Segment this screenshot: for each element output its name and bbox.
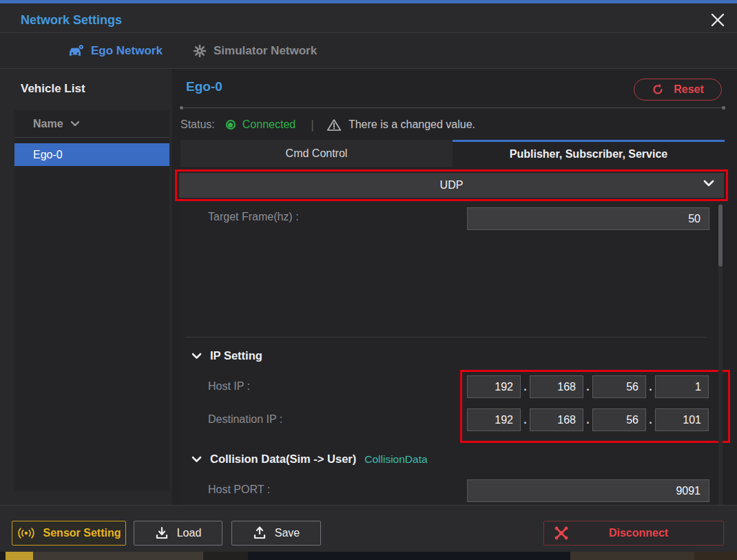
ip-dot: . <box>521 414 530 426</box>
host-port-label: Host PORT : <box>208 484 270 496</box>
column-header-label: Name <box>33 118 63 130</box>
warning-triangle-icon <box>326 118 342 132</box>
warning-text: There is a changed value. <box>349 118 475 131</box>
footer-bar: Sensor Setting Load Save <box>0 505 737 552</box>
ip-dot: . <box>521 381 530 393</box>
target-frame-input[interactable]: 50 <box>467 207 709 230</box>
host-ip-octet-2[interactable]: 168 <box>530 375 583 398</box>
host-ip-octet-3[interactable]: 56 <box>592 375 646 398</box>
vehicle-column-header[interactable]: Name <box>14 110 169 138</box>
main-tab-bar: Ego Network Simulator Network <box>0 33 737 69</box>
dest-ip-octet-2[interactable]: 168 <box>530 408 583 431</box>
chevron-down-icon <box>70 121 80 127</box>
selected-vehicle-title: Ego-0 <box>186 79 222 94</box>
tab-ego-label: Ego Network <box>91 44 163 58</box>
dest-ip-octet-4[interactable]: 101 <box>655 408 709 431</box>
protocol-value: UDP <box>440 179 464 191</box>
ip-dot: . <box>583 381 592 393</box>
broadcast-icon <box>17 528 35 539</box>
save-button[interactable]: Save <box>231 521 321 546</box>
gear-icon <box>193 44 207 58</box>
chevron-down-icon <box>191 353 202 360</box>
vehicle-list-item-ego0[interactable]: Ego-0 <box>14 143 169 166</box>
title-bar: Network Settings <box>0 3 737 33</box>
tab-ego-network[interactable]: Ego Network <box>68 33 163 68</box>
host-ip-octet-4[interactable]: 1 <box>655 375 709 398</box>
ip-setting-section-header[interactable]: IP Setting <box>191 349 262 362</box>
window-title: Network Settings <box>21 13 122 28</box>
tab-simulator-network[interactable]: Simulator Network <box>193 33 317 68</box>
load-label: Load <box>177 527 202 539</box>
collision-data-section-header[interactable]: Collision Data(Sim -> User) CollisionDat… <box>191 453 428 466</box>
section-divider <box>186 337 707 338</box>
chevron-down-icon <box>703 180 714 187</box>
destination-ip-label: Destination IP : <box>208 413 282 426</box>
save-label: Save <box>275 527 300 539</box>
status-value: Connected <box>242 118 295 131</box>
sensor-setting-label: Sensor Setting <box>43 527 121 539</box>
dest-ip-octet-3[interactable]: 56 <box>592 408 646 431</box>
network-node-icon <box>554 526 569 541</box>
refresh-icon <box>652 83 664 96</box>
status-separator: | <box>311 118 314 132</box>
load-button[interactable]: Load <box>134 521 222 546</box>
chevron-down-icon <box>191 456 202 463</box>
main-content: Ego-0 Reset Status: Connected | There is… <box>173 69 737 505</box>
protocol-dropdown[interactable]: UDP <box>179 173 724 198</box>
host-ip-label: Host IP : <box>208 380 250 393</box>
close-button[interactable] <box>707 10 729 30</box>
ip-dot: . <box>646 381 655 393</box>
host-ip-octets: 192 . 168 . 56 . 1 <box>467 375 709 398</box>
host-port-input[interactable]: 9091 <box>467 479 709 502</box>
upload-icon <box>253 526 267 540</box>
status-label: Status: <box>180 118 215 131</box>
disconnect-label: Disconnect <box>577 527 700 539</box>
vehicle-list-panel: Name Ego-0 <box>14 110 169 491</box>
disconnect-button[interactable]: Disconnect <box>543 521 724 546</box>
vehicle-sidebar: Vehicle List Name Ego-0 <box>0 69 173 505</box>
status-row: Status: Connected | There is a changed v… <box>180 114 475 135</box>
ip-dot: . <box>646 414 655 426</box>
collision-data-title: Collision Data(Sim -> User) <box>210 453 356 466</box>
connected-status-icon <box>226 120 236 129</box>
dest-ip-octet-1[interactable]: 192 <box>467 408 521 431</box>
ip-setting-title: IP Setting <box>210 349 262 362</box>
background-app-strip <box>0 552 737 560</box>
vehicle-list-title: Vehicle List <box>21 82 85 96</box>
destination-ip-octets: 192 . 168 . 56 . 101 <box>467 408 709 431</box>
target-frame-label: Target Frame(hz) : <box>208 211 299 223</box>
header-divider <box>181 107 724 108</box>
ip-dot: . <box>583 414 592 426</box>
download-icon <box>155 526 169 540</box>
subtab-cmd-control[interactable]: Cmd Control <box>180 140 453 167</box>
car-icon <box>68 44 84 58</box>
host-ip-octet-1[interactable]: 192 <box>467 375 521 398</box>
reset-button[interactable]: Reset <box>634 79 722 101</box>
tab-simulator-label: Simulator Network <box>214 44 317 58</box>
scrollbar-thumb[interactable] <box>718 205 723 267</box>
sensor-setting-button[interactable]: Sensor Setting <box>12 521 126 546</box>
subtab-publisher-subscriber-service[interactable]: Publisher, Subscriber, Service <box>453 140 725 167</box>
reset-label: Reset <box>674 83 704 96</box>
collision-data-tag: CollisionData <box>364 453 427 466</box>
close-icon <box>710 12 725 28</box>
subtab-bar: Cmd Control Publisher, Subscriber, Servi… <box>180 140 725 167</box>
